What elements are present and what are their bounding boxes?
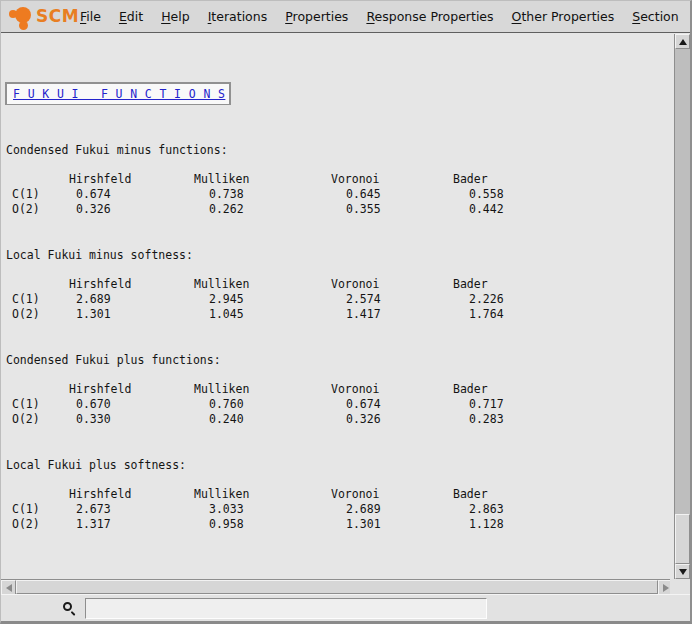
row-label: O(2)	[12, 307, 40, 321]
col-header-mulliken: Mulliken	[194, 382, 249, 396]
cell-value: 0.717	[469, 397, 504, 411]
col-header-bader: Bader	[453, 487, 488, 501]
scroll-up-button[interactable]	[675, 34, 690, 49]
row-label: O(2)	[12, 202, 40, 216]
cell-value: 0.326	[346, 412, 381, 426]
row-label: C(1)	[12, 187, 40, 201]
cell-value: 0.674	[346, 397, 381, 411]
table-row: C(1) 2.673 3.033 2.689 2.863	[1, 502, 561, 516]
col-header-bader: Bader	[453, 172, 488, 186]
table-row: C(1) 0.670 0.760 0.674 0.717	[1, 397, 561, 411]
section-title: Local Fukui plus softness:	[6, 458, 186, 472]
table-header-row: Hirshfeld Mulliken Voronoi Bader	[1, 382, 561, 396]
menu-help[interactable]: Help	[152, 7, 199, 26]
menu-edit[interactable]: Edit	[110, 7, 152, 26]
col-header-bader: Bader	[453, 277, 488, 291]
scroll-left-button[interactable]	[1, 580, 16, 595]
arrow-up-icon	[679, 39, 687, 45]
cell-value: 0.330	[76, 412, 111, 426]
table-row: O(2) 1.317 0.958 1.301 1.128	[1, 517, 561, 531]
menu-section[interactable]: Section	[623, 7, 687, 26]
table-row: O(2) 0.330 0.240 0.326 0.283	[1, 412, 561, 426]
scroll-down-button[interactable]	[675, 564, 690, 579]
table-row: O(2) 0.326 0.262 0.355 0.442	[1, 202, 561, 216]
section-condensed-fukui-plus: Condensed Fukui plus functions: Hirshfel…	[1, 353, 561, 429]
col-header-mulliken: Mulliken	[194, 487, 249, 501]
vertical-scrollbar[interactable]	[674, 34, 690, 579]
cell-value: 0.645	[346, 187, 381, 201]
output-text-area[interactable]: F U K U I F U N C T I O N S Condensed Fu…	[1, 34, 690, 579]
table-row: C(1) 2.689 2.945 2.574 2.226	[1, 292, 561, 306]
section-local-fukui-plus: Local Fukui plus softness: Hirshfeld Mul…	[1, 458, 561, 534]
search-input[interactable]	[85, 598, 487, 619]
row-label: O(2)	[12, 517, 40, 531]
col-header-voronoi: Voronoi	[331, 277, 379, 291]
cell-value: 0.262	[209, 202, 244, 216]
table-header-row: Hirshfeld Mulliken Voronoi Bader	[1, 277, 561, 291]
cell-value: 0.558	[469, 187, 504, 201]
cell-value: 0.670	[76, 397, 111, 411]
cell-value: 2.945	[209, 292, 244, 306]
table-row: O(2) 1.301 1.045 1.417 1.764	[1, 307, 561, 321]
cell-value: 0.326	[76, 202, 111, 216]
cell-value: 0.442	[469, 202, 504, 216]
cell-value: 1.045	[209, 307, 244, 321]
fukui-functions-heading[interactable]: F U K U I F U N C T I O N S	[5, 82, 231, 105]
menubar: SCM File Edit Help Iterations Properties…	[1, 1, 690, 33]
cell-value: 0.283	[469, 412, 504, 426]
col-header-hirshfeld: Hirshfeld	[69, 487, 131, 501]
col-header-mulliken: Mulliken	[194, 277, 249, 291]
scm-logo: SCM	[9, 3, 71, 31]
cell-value: 0.355	[346, 202, 381, 216]
cell-value: 2.673	[76, 502, 111, 516]
horizontal-scrollbar-trough[interactable]	[16, 580, 658, 594]
section-heading-link[interactable]: F U K U I F U N C T I O N S	[13, 87, 225, 101]
horizontal-scrollbar[interactable]	[1, 579, 673, 594]
cell-value: 0.674	[76, 187, 111, 201]
row-label: O(2)	[12, 412, 40, 426]
search-bar	[1, 594, 690, 622]
menu-other-properties[interactable]: Other Properties	[503, 7, 624, 26]
cell-value: 1.301	[76, 307, 111, 321]
arrow-down-icon	[679, 569, 687, 575]
scm-output-viewer-window: SCM File Edit Help Iterations Properties…	[0, 0, 692, 624]
cell-value: 1.764	[469, 307, 504, 321]
table-header-row: Hirshfeld Mulliken Voronoi Bader	[1, 172, 561, 186]
vertical-scrollbar-thumb[interactable]	[675, 514, 690, 564]
cell-value: 1.317	[76, 517, 111, 531]
col-header-bader: Bader	[453, 382, 488, 396]
col-header-mulliken: Mulliken	[194, 172, 249, 186]
section-title: Local Fukui minus softness:	[6, 248, 193, 262]
cell-value: 2.689	[76, 292, 111, 306]
menu-iterations[interactable]: Iterations	[199, 7, 277, 26]
menu-response-properties[interactable]: Response Properties	[357, 7, 502, 26]
cell-value: 2.574	[346, 292, 381, 306]
cell-value: 0.738	[209, 187, 244, 201]
col-header-hirshfeld: Hirshfeld	[69, 277, 131, 291]
menu-properties[interactable]: Properties	[276, 7, 357, 26]
cell-value: 1.128	[469, 517, 504, 531]
logo-text: SCM	[36, 6, 79, 26]
arrow-left-icon	[6, 584, 12, 592]
cell-value: 2.689	[346, 502, 381, 516]
table-header-row: Hirshfeld Mulliken Voronoi Bader	[1, 487, 561, 501]
section-local-fukui-minus: Local Fukui minus softness: Hirshfeld Mu…	[1, 248, 561, 324]
cell-value: 0.760	[209, 397, 244, 411]
logo-circle-icon	[19, 21, 28, 30]
cell-value: 1.417	[346, 307, 381, 321]
section-title: Condensed Fukui minus functions:	[6, 143, 228, 157]
search-icon	[63, 602, 76, 615]
row-label: C(1)	[12, 292, 40, 306]
col-header-voronoi: Voronoi	[331, 172, 379, 186]
cell-value: 2.863	[469, 502, 504, 516]
cell-value: 3.033	[209, 502, 244, 516]
cell-value: 0.958	[209, 517, 244, 531]
scrollbar-corner	[670, 579, 690, 594]
cell-value: 1.301	[346, 517, 381, 531]
table-row: C(1) 0.674 0.738 0.645 0.558	[1, 187, 561, 201]
cell-value: 2.226	[469, 292, 504, 306]
vertical-scrollbar-trough[interactable]	[675, 49, 690, 564]
row-label: C(1)	[12, 502, 40, 516]
arrow-right-icon	[663, 584, 669, 592]
horizontal-scrollbar-thumb[interactable]	[16, 580, 658, 594]
